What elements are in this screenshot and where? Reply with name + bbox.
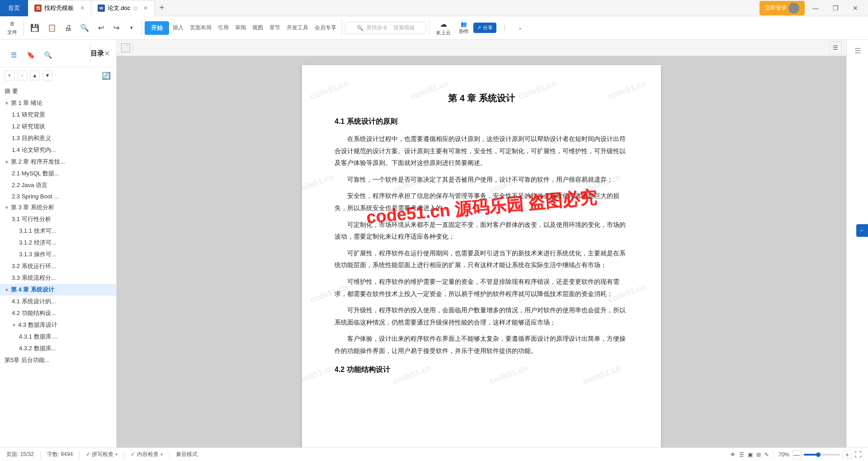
toolbar-redo[interactable]: ↪: [109, 22, 123, 34]
toc-item-1-3[interactable]: 1.3 目的和意义: [0, 132, 116, 144]
tab-home[interactable]: 首页: [0, 0, 28, 16]
toc-item-ch4[interactable]: ▼ 第 4 章 系统设计: [0, 284, 116, 296]
toolbar-share[interactable]: ↗分享: [473, 23, 496, 33]
sidebar-nav-bookmark[interactable]: 🔖: [24, 48, 38, 62]
status-page: 页面: 15/32: [6, 451, 34, 458]
toolbar-print[interactable]: 🖨: [61, 22, 75, 34]
view-grid-icon[interactable]: ⊞: [756, 452, 761, 458]
toc-item-2-1[interactable]: 2.1 MySQL 数据...: [0, 168, 116, 179]
toc-refresh-button[interactable]: 🔄: [101, 70, 112, 81]
toc-item-1-1[interactable]: 1.1 研究背景: [0, 109, 116, 121]
login-button[interactable]: 立即登录: [760, 1, 805, 15]
section2-title: 4.2 功能结构设计: [335, 365, 628, 375]
toolbar-review[interactable]: 审阅: [232, 24, 249, 32]
toolbar-overflow[interactable]: ⋮: [497, 23, 512, 33]
content-check-dropdown[interactable]: ▾: [160, 452, 163, 457]
toc-item-3-3[interactable]: 3.3 系统流程分...: [0, 272, 116, 284]
toc-label-1-4: 1.4 论文研究内...: [12, 146, 56, 154]
toc-item-abstract[interactable]: 摘 要: [0, 85, 116, 97]
toc-item-ch2[interactable]: ▼ 第 2 章 程序开发技...: [0, 156, 116, 168]
toc-label-4-1: 4.1 系统设计的...: [12, 297, 56, 306]
toc-item-1-4[interactable]: 1.4 论文研究内...: [0, 144, 116, 156]
view-edit-icon[interactable]: ✎: [764, 452, 769, 458]
start-button[interactable]: 开始: [145, 21, 169, 35]
toc-item-4-3[interactable]: ▼ 4.3 数据库设计: [0, 319, 116, 331]
tab-doc[interactable]: W 论文.doc ⊡ ✕: [91, 0, 155, 16]
sidebar-nav-search[interactable]: 🔍: [41, 48, 55, 62]
toc-item-ch5[interactable]: 第5章 后台功能...: [0, 354, 116, 366]
toc-item-ch3[interactable]: ▼ 第 3 章 系统分析: [0, 202, 116, 213]
toc-item-ch1[interactable]: ▼ 第 1 章 绪论: [0, 97, 116, 109]
toc-item-3-1-1[interactable]: 3.1.1 技术可...: [0, 225, 116, 237]
toc-arrow-ch2: ▼: [5, 160, 9, 165]
toolbar-cloud[interactable]: ☁未上云: [432, 18, 454, 38]
zoom-slider-thumb[interactable]: [816, 452, 821, 457]
doc-scroll[interactable]: code51.cn code51.cn code51.cn code51.cn …: [117, 56, 846, 447]
toolbar-dev-tools[interactable]: 开发工具: [284, 24, 311, 32]
toc-item-4-3-1[interactable]: 4.3.1 数据库 ...: [0, 331, 116, 343]
toc-collapse-all[interactable]: -: [17, 71, 27, 80]
toolbar-expand[interactable]: ⌄: [513, 23, 527, 33]
sidebar-close-button[interactable]: ✕: [104, 49, 110, 58]
toolbar-more[interactable]: ▾: [124, 23, 139, 33]
toc-item-2-3[interactable]: 2.3 Spring Boot ...: [0, 191, 116, 202]
zoom-slider[interactable]: [804, 454, 840, 456]
doc-tab-restore[interactable]: ⊡: [133, 5, 137, 11]
zoom-fullscreen-button[interactable]: ⛶: [854, 451, 862, 459]
sidebar-nav-icons: ☰ 🔖 🔍: [6, 44, 90, 62]
toc-item-3-1-2[interactable]: 3.1.2 经济可...: [0, 237, 116, 249]
toc-item-3-2[interactable]: 3.2 系统运行环...: [0, 260, 116, 272]
sidebar-nav-toc[interactable]: ☰: [6, 48, 21, 62]
toolbar-chapter[interactable]: 章节: [267, 24, 283, 32]
toc-arrow-ch1: ▼: [5, 101, 9, 106]
toolbar-view[interactable]: 视图: [250, 24, 266, 32]
toc-up[interactable]: ▲: [30, 71, 40, 80]
status-contentcheck[interactable]: ✓ 内容检查 ▾: [131, 451, 162, 458]
toc-item-3-1-3[interactable]: 3.1.3 操作可...: [0, 249, 116, 260]
paragraph-5: 可扩展性，程序软件在运行使用期间，也需要及时引进当下的新技术来进行系统优化，主要…: [335, 247, 628, 271]
view-eye-icon[interactable]: 👁: [730, 452, 736, 458]
sidebar-header: ☰ 🔖 🔍 目录 ✕: [0, 40, 116, 67]
toolbar-save-icon[interactable]: 💾: [27, 22, 43, 34]
tab-add-button[interactable]: +: [155, 0, 169, 16]
toolbar-references[interactable]: 引用: [215, 24, 231, 32]
zoom-in-button[interactable]: +: [843, 450, 852, 459]
toolbar-preview[interactable]: 🔍: [76, 22, 93, 34]
toc-label-ch2: 第 2 章 程序开发技...: [11, 158, 65, 166]
maximize-button[interactable]: ❐: [826, 0, 844, 16]
toc-item-3-1[interactable]: 3.1 可行性分析: [0, 213, 116, 225]
view-list-icon[interactable]: ☰: [739, 452, 744, 458]
toolbar-search[interactable]: 🔍 查找命令、搜索模板: [345, 22, 426, 34]
toolbar-page-layout[interactable]: 页面布局: [187, 24, 214, 32]
toolbar-member[interactable]: 会员专享: [312, 24, 339, 32]
section1-title: 4.1 系统设计的原则: [335, 117, 628, 127]
doc-tab-close[interactable]: ✕: [143, 5, 148, 11]
toolbar-undo[interactable]: ↩: [94, 22, 108, 34]
toc-label-3-1-1: 3.1.1 技术可...: [19, 227, 56, 235]
doc-filter-button[interactable]: ☰: [829, 42, 842, 54]
status-spellcheck[interactable]: ✓ 拼写检查 ▾: [86, 451, 118, 458]
toc-down[interactable]: ▼: [42, 71, 52, 80]
toc-item-2-2[interactable]: 2.2 Java 语言: [0, 179, 116, 191]
zoom-out-button[interactable]: —: [792, 450, 801, 459]
toolbar-file[interactable]: ≡文件: [4, 18, 21, 38]
doc-nav-icon[interactable]: 📄: [121, 43, 130, 52]
toc-arrow-ch3: ▼: [5, 205, 9, 210]
status-sep-2: [79, 451, 80, 458]
spell-check-dropdown[interactable]: ▾: [115, 452, 118, 457]
toc-item-1-2[interactable]: 1.2 研究现状: [0, 121, 116, 132]
toolbar-insert[interactable]: 插入: [170, 24, 186, 32]
toc-item-4-1[interactable]: 4.1 系统设计的...: [0, 296, 116, 307]
toc-item-4-2[interactable]: 4.2 功能结构设...: [0, 307, 116, 319]
close-button[interactable]: ✕: [846, 0, 864, 16]
toc-item-4-3-2[interactable]: 4.3.2 数据库...: [0, 343, 116, 354]
toolbar-clipboard[interactable]: 📋: [44, 22, 60, 34]
view-page-icon[interactable]: ▣: [748, 452, 753, 458]
template-tab-close[interactable]: ✕: [80, 5, 85, 11]
minimize-button[interactable]: —: [807, 0, 825, 16]
toc-expand-all[interactable]: +: [5, 71, 14, 80]
toc-label-abstract: 摘 要: [5, 87, 18, 95]
right-panel-btn[interactable]: ☰: [850, 43, 865, 58]
tab-template[interactable]: 找 找程壳模板 ✕: [28, 0, 91, 16]
toolbar-collab[interactable]: 👥协作: [455, 19, 472, 37]
